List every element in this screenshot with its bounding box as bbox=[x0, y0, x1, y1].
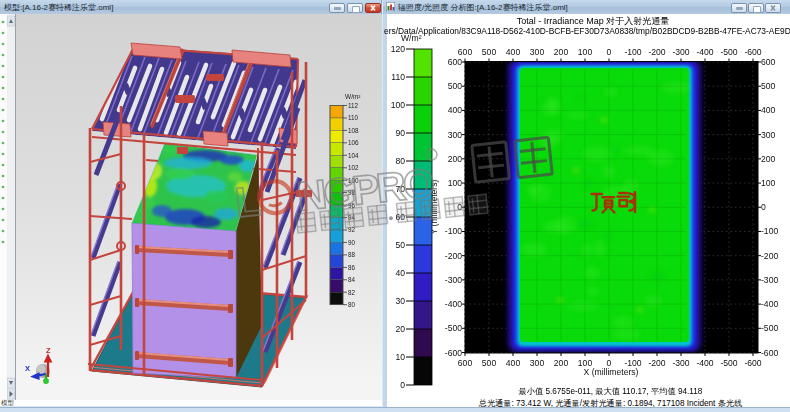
svg-text:60: 60 bbox=[395, 212, 405, 222]
svg-text:90: 90 bbox=[348, 239, 356, 246]
svg-text:-500: -500 bbox=[445, 323, 462, 333]
svg-text:-100: -100 bbox=[624, 47, 641, 57]
svg-text:-500: -500 bbox=[720, 358, 737, 368]
svg-text:100: 100 bbox=[761, 178, 776, 188]
svg-text:-300: -300 bbox=[672, 47, 689, 57]
svg-text:-600: -600 bbox=[744, 47, 761, 57]
svg-text:600: 600 bbox=[761, 57, 776, 67]
svg-text:X: X bbox=[25, 364, 30, 373]
svg-text:500: 500 bbox=[448, 81, 463, 91]
svg-text:500: 500 bbox=[482, 47, 497, 57]
svg-text:84: 84 bbox=[348, 276, 356, 283]
svg-text:106: 106 bbox=[348, 139, 359, 146]
svg-text:-400: -400 bbox=[445, 299, 462, 309]
svg-text:-100: -100 bbox=[761, 226, 778, 236]
svg-text:200: 200 bbox=[554, 358, 569, 368]
svg-text:600: 600 bbox=[458, 47, 473, 57]
svg-text:-100: -100 bbox=[624, 358, 641, 368]
svg-text:88: 88 bbox=[348, 251, 356, 258]
svg-text:50: 50 bbox=[395, 240, 405, 250]
svg-text:10: 10 bbox=[395, 352, 405, 362]
svg-text:0: 0 bbox=[761, 202, 766, 212]
svg-text:W/m²: W/m² bbox=[345, 93, 361, 100]
svg-text:400: 400 bbox=[448, 105, 463, 115]
svg-text:-400: -400 bbox=[696, 358, 713, 368]
svg-text:-600: -600 bbox=[744, 358, 761, 368]
svg-text:30: 30 bbox=[395, 296, 405, 306]
svg-text:-500: -500 bbox=[761, 323, 778, 333]
svg-text:400: 400 bbox=[506, 358, 521, 368]
svg-text:120: 120 bbox=[391, 44, 406, 54]
svg-text:100: 100 bbox=[391, 100, 406, 110]
svg-text:300: 300 bbox=[530, 47, 545, 57]
svg-text:200: 200 bbox=[761, 154, 776, 164]
svg-text:-300: -300 bbox=[672, 358, 689, 368]
svg-text:-300: -300 bbox=[761, 275, 778, 285]
svg-text:0: 0 bbox=[400, 380, 405, 390]
svg-text:-400: -400 bbox=[761, 299, 778, 309]
svg-text:0: 0 bbox=[607, 47, 612, 57]
svg-text:100: 100 bbox=[448, 178, 463, 188]
svg-text:92: 92 bbox=[348, 226, 356, 233]
svg-text:500: 500 bbox=[482, 358, 497, 368]
svg-text:200: 200 bbox=[554, 47, 569, 57]
svg-text:110: 110 bbox=[391, 72, 405, 82]
svg-text:-600: -600 bbox=[445, 348, 462, 358]
svg-text:112: 112 bbox=[348, 102, 359, 109]
svg-text:82: 82 bbox=[348, 289, 356, 296]
svg-text:500: 500 bbox=[761, 81, 776, 91]
svg-text:80: 80 bbox=[395, 156, 405, 166]
svg-text:0: 0 bbox=[457, 202, 462, 212]
svg-text:0: 0 bbox=[607, 358, 612, 368]
svg-text:-400: -400 bbox=[696, 47, 713, 57]
svg-text:104: 104 bbox=[348, 152, 359, 159]
svg-text:-200: -200 bbox=[761, 251, 778, 261]
svg-text:96: 96 bbox=[348, 202, 356, 209]
svg-text:40: 40 bbox=[395, 268, 405, 278]
svg-text:102: 102 bbox=[348, 164, 359, 171]
svg-text:Z: Z bbox=[46, 346, 51, 355]
svg-text:80: 80 bbox=[348, 301, 356, 308]
svg-text:100: 100 bbox=[578, 47, 593, 57]
svg-text:-200: -200 bbox=[445, 251, 462, 261]
svg-text:X (millimeters): X (millimeters) bbox=[584, 367, 639, 377]
svg-text:100: 100 bbox=[348, 177, 359, 184]
svg-text:400: 400 bbox=[506, 47, 521, 57]
svg-text:200: 200 bbox=[448, 154, 463, 164]
svg-text:86: 86 bbox=[348, 264, 356, 271]
svg-text:300: 300 bbox=[761, 130, 776, 140]
svg-text:-300: -300 bbox=[445, 275, 462, 285]
svg-text:-200: -200 bbox=[648, 47, 665, 57]
svg-text:20: 20 bbox=[395, 324, 405, 334]
svg-text:90: 90 bbox=[395, 128, 405, 138]
svg-text:70: 70 bbox=[395, 184, 405, 194]
svg-text:100: 100 bbox=[578, 358, 593, 368]
svg-text:-200: -200 bbox=[648, 358, 665, 368]
svg-text:400: 400 bbox=[761, 105, 776, 115]
svg-text:600: 600 bbox=[448, 57, 463, 67]
svg-text:-600: -600 bbox=[761, 348, 778, 358]
svg-text:108: 108 bbox=[348, 127, 359, 134]
svg-text:94: 94 bbox=[348, 214, 356, 221]
svg-text:300: 300 bbox=[530, 358, 545, 368]
svg-text:98: 98 bbox=[348, 189, 356, 196]
svg-text:300: 300 bbox=[448, 130, 463, 140]
svg-text:-100: -100 bbox=[445, 226, 462, 236]
svg-text:-500: -500 bbox=[720, 47, 737, 57]
svg-text:110: 110 bbox=[348, 114, 359, 121]
svg-text:600: 600 bbox=[458, 358, 473, 368]
